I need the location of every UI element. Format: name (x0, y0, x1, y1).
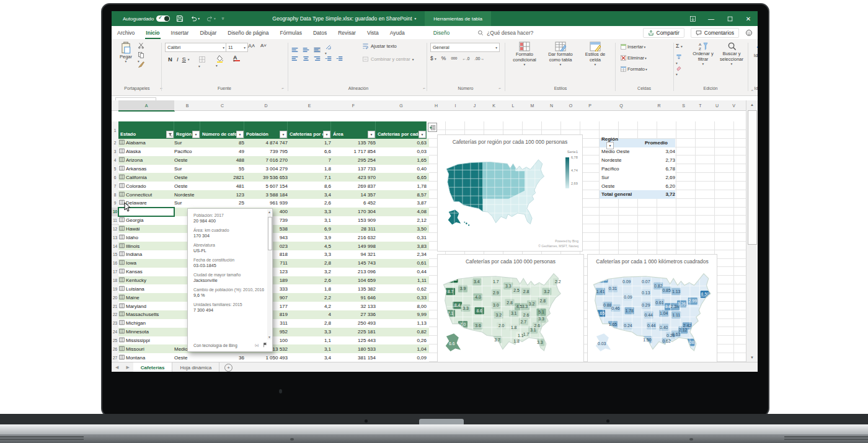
percent-format-button[interactable]: % (441, 55, 446, 61)
cell-D7[interactable]: 5 607 154 (244, 182, 290, 190)
cell-B3[interactable]: Pacífico (174, 147, 200, 156)
fill-color-button[interactable]: ▾ (216, 55, 224, 68)
cell-E5[interactable]: 1,8 (288, 165, 334, 173)
geography-datatype-icon[interactable] (119, 243, 125, 250)
column-header-F[interactable]: F (331, 100, 376, 111)
cell-E6[interactable]: 7,1 (288, 173, 334, 182)
cell-E14[interactable]: 4,5 (288, 242, 334, 250)
cell-E2[interactable]: 1,7 (288, 139, 334, 147)
prev-sheet-icon[interactable]: ◀ (112, 365, 122, 370)
cell-F9[interactable]: 6 452 (331, 199, 378, 208)
sheet-tab-hojadinmica[interactable]: Hoja dinámica (172, 362, 219, 372)
decrease-decimal-button[interactable]: .00→ (474, 56, 484, 61)
cell-E10[interactable]: 3,3 (288, 208, 334, 216)
geography-datatype-icon[interactable] (119, 226, 125, 232)
cell-D3[interactable]: 739 795 (244, 147, 290, 156)
filter-button[interactable] (166, 131, 174, 138)
cell-G11[interactable]: 2,12 (376, 216, 429, 225)
autosum-button[interactable]: Σ ▾ (676, 43, 683, 49)
cell-D9[interactable]: 961 939 (244, 199, 290, 208)
feedback-smiley-icon[interactable] (745, 29, 753, 37)
fill-button[interactable]: ▾ (676, 54, 682, 66)
cell-C6[interactable]: 2821 (200, 173, 247, 182)
autosave-toggle[interactable]: Autoguardado ✓ (123, 15, 170, 22)
comments-button[interactable]: Comentarios (691, 28, 739, 38)
column-header-U[interactable]: U (709, 100, 726, 111)
underline-button[interactable]: S (181, 56, 187, 63)
cell-A16[interactable]: Iowa (118, 259, 174, 268)
cell-E4[interactable]: 7 (288, 156, 334, 165)
tab-archivo[interactable]: Archivo (112, 26, 140, 39)
cell-A22[interactable]: Massachusetts (118, 310, 174, 319)
geography-datatype-icon[interactable] (119, 217, 125, 224)
cell-G10[interactable]: 4,08 (376, 208, 429, 216)
cell-C4[interactable]: 488 (200, 156, 247, 165)
merge-center-button[interactable]: Combinar y centrar▾ (362, 56, 414, 63)
cell-F18[interactable]: 104 659 (331, 276, 378, 285)
dialog-launcher-icon[interactable]: ⌐ (423, 86, 425, 90)
insert-cells-button[interactable]: Insertar▾ (619, 43, 647, 51)
column-header-A[interactable]: A (118, 100, 175, 112)
filter-button[interactable]: ▼ (368, 131, 375, 138)
cell-styles-button[interactable]: Estilos de celda▾ (579, 42, 611, 67)
tab-diseo[interactable]: Diseño (428, 26, 455, 39)
cell-E7[interactable]: 8,6 (288, 182, 334, 190)
pivot-table[interactable]: Región▼PromedioMedio Oeste3,04Nordeste2,… (600, 139, 675, 199)
share-button[interactable]: Compartir (643, 28, 684, 38)
cell-B2[interactable]: Sur (174, 139, 200, 147)
pivot-row[interactable]: Sur2,69 (600, 173, 675, 182)
increase-indent-icon[interactable] (336, 56, 343, 61)
cell-A2[interactable]: Alabama (118, 139, 174, 147)
cell-A20[interactable]: Maine (118, 293, 174, 302)
scrollbar-thumb[interactable] (748, 110, 757, 245)
cell-E12[interactable]: 6,9 (288, 225, 334, 234)
cell-G20[interactable]: 0,33 (376, 293, 429, 302)
wrap-text-button[interactable]: Ajustar texto (362, 43, 397, 50)
cell-F3[interactable]: 1 717 854 (331, 147, 378, 156)
cell-E15[interactable]: 3,3 (288, 250, 334, 259)
cut-button[interactable] (138, 42, 144, 49)
geography-datatype-icon[interactable] (119, 311, 125, 318)
cell-E22[interactable]: 4 (288, 310, 334, 319)
font-size-select[interactable]: 11▾ (226, 43, 248, 52)
paste-button[interactable]: Pegar▾ (117, 42, 135, 64)
map-chart-per100k[interactable]: Cafeterías por cada 100 000 personas10.2… (437, 254, 584, 362)
dialog-launcher-icon[interactable]: ⌐ (498, 86, 501, 90)
cell-A8[interactable]: Connecticut (118, 190, 174, 199)
cell-A15[interactable]: Indiana (118, 250, 174, 259)
cell-A26[interactable]: Missouri (118, 344, 174, 353)
cell-G24[interactable]: 0,82 (376, 328, 429, 336)
cell-B5[interactable]: Sur (174, 165, 200, 173)
ideas-button[interactable]: Ideas (749, 42, 758, 58)
cell-F15[interactable]: 94 321 (331, 250, 378, 259)
align-middle-icon[interactable] (303, 47, 309, 53)
geography-datatype-icon[interactable] (119, 328, 125, 335)
geography-datatype-icon[interactable] (119, 294, 125, 301)
cell-D6[interactable]: 39 536 653 (244, 173, 290, 182)
cell-A7[interactable]: Colorado (118, 182, 174, 190)
geography-datatype-icon[interactable] (119, 260, 125, 266)
align-left-icon[interactable] (291, 56, 298, 61)
table-insert-column-button[interactable] (428, 123, 437, 132)
geography-datatype-icon[interactable] (119, 277, 125, 284)
cell-G9[interactable]: 3,87 (376, 199, 429, 208)
pivot-row[interactable]: Nordeste2,73 (600, 156, 675, 165)
next-sheet-icon[interactable]: ▶ (122, 365, 133, 370)
cell-G23[interactable]: 1,13 (376, 319, 429, 328)
orientation-icon[interactable]: ▾ (325, 43, 332, 56)
font-color-button[interactable]: A▾ (233, 55, 240, 67)
map-chart-perkm2[interactable]: Cafeterías por cada 1 000 kilómetros cua… (587, 254, 717, 362)
bold-button[interactable]: N (166, 56, 174, 63)
cell-F17[interactable]: 213 096 (331, 268, 378, 276)
cell-B8[interactable]: Nordeste (174, 190, 200, 199)
cell-F26[interactable]: 180 533 (331, 344, 378, 353)
cell-E25[interactable]: 1,1 (288, 336, 334, 345)
column-header-Q[interactable]: Q (600, 100, 644, 111)
geography-datatype-icon[interactable] (119, 251, 125, 258)
cell-A27[interactable]: Montana (118, 353, 174, 362)
cell-F12[interactable]: 28 311 (331, 225, 378, 234)
dialog-launcher-icon[interactable]: ⌐ (281, 86, 284, 90)
card-scrollbar[interactable]: ▲ ▼ (267, 209, 272, 340)
font-name-select[interactable]: Calibri▾ (165, 43, 227, 52)
cell-A24[interactable]: Minnesota (118, 328, 174, 336)
